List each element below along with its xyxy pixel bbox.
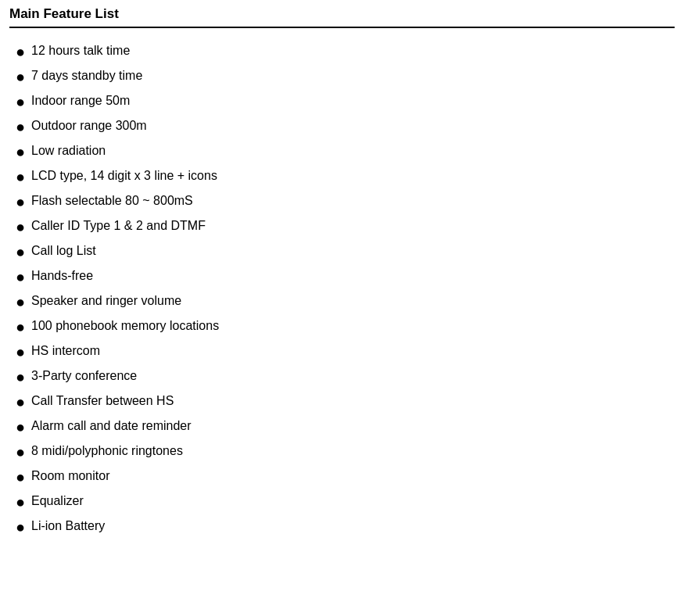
list-item: ●LCD type, 14 digit x 3 line + icons [9,164,675,189]
list-item-text: Speaker and ringer volume [31,292,675,310]
list-item-text: Low radiation [31,141,675,160]
list-item: ●Low radiation [9,139,675,164]
list-item: ●Indoor range 50m [9,89,675,114]
bullet-icon: ● [9,467,31,487]
list-item: ●Call log List [9,239,675,264]
list-item: ●100 phonebook memory locations [9,314,675,339]
list-item-text: Flash selectable 80 ~ 800mS [31,192,675,210]
page-title: Main Feature List [9,6,119,21]
list-item-text: 3-Party conference [31,367,675,385]
list-item-text: 12 hours talk time [31,41,675,60]
bullet-icon: ● [9,242,31,262]
list-item: ●Caller ID Type 1 & 2 and DTMF [9,214,675,239]
list-item-text: Call Transfer between HS [31,392,675,410]
page-container: Main Feature List ●12 hours talk time●7 … [0,0,684,616]
bullet-icon: ● [9,517,31,537]
list-item: ●12 hours talk time [9,39,675,64]
bullet-icon: ● [9,317,31,337]
list-item: ●Outdoor range 300m [9,114,675,139]
bullet-icon: ● [9,141,31,162]
list-item-text: LCD type, 14 digit x 3 line + icons [31,167,675,185]
list-item: ●Speaker and ringer volume [9,289,675,314]
list-item-text: Hands-free [31,267,675,285]
feature-list: ●12 hours talk time●7 days standby time●… [9,39,675,539]
list-item-text: HS intercom [31,342,675,360]
list-item-text: Call log List [31,242,675,260]
list-item: ●Li-ion Battery [9,514,675,539]
list-item-text: Alarm call and date reminder [31,417,675,435]
list-item-text: Room monitor [31,467,675,485]
bullet-icon: ● [9,367,31,387]
bullet-icon: ● [9,66,31,87]
list-item: ●Equalizer [9,489,675,514]
list-item-text: 7 days standby time [31,66,675,85]
list-item: ●Alarm call and date reminder [9,414,675,439]
list-item-text: Caller ID Type 1 & 2 and DTMF [31,217,675,235]
bullet-icon: ● [9,91,31,112]
list-item: ●Hands-free [9,264,675,289]
bullet-icon: ● [9,267,31,287]
bullet-icon: ● [9,492,31,512]
bullet-icon: ● [9,217,31,237]
list-item: ●3-Party conference [9,364,675,389]
list-item: ●7 days standby time [9,64,675,89]
bullet-icon: ● [9,292,31,312]
bullet-icon: ● [9,392,31,412]
bullet-icon: ● [9,41,31,62]
list-item-text: Outdoor range 300m [31,116,675,135]
bullet-icon: ● [9,116,31,137]
bullet-icon: ● [9,342,31,362]
list-item-text: 8 midi/polyphonic ringtones [31,442,675,460]
bullet-icon: ● [9,167,31,187]
list-item-text: 100 phonebook memory locations [31,317,675,335]
list-item: ●HS intercom [9,339,675,364]
bullet-icon: ● [9,442,31,462]
list-item: ●8 midi/polyphonic ringtones [9,439,675,464]
list-item: ●Flash selectable 80 ~ 800mS [9,189,675,214]
list-item: ●Room monitor [9,464,675,489]
bullet-icon: ● [9,192,31,212]
list-item-text: Equalizer [31,492,675,510]
list-item-text: Indoor range 50m [31,91,675,110]
list-item: ●Call Transfer between HS [9,389,675,414]
list-item-text: Li-ion Battery [31,517,675,535]
bullet-icon: ● [9,417,31,437]
page-header: Main Feature List [9,6,675,28]
